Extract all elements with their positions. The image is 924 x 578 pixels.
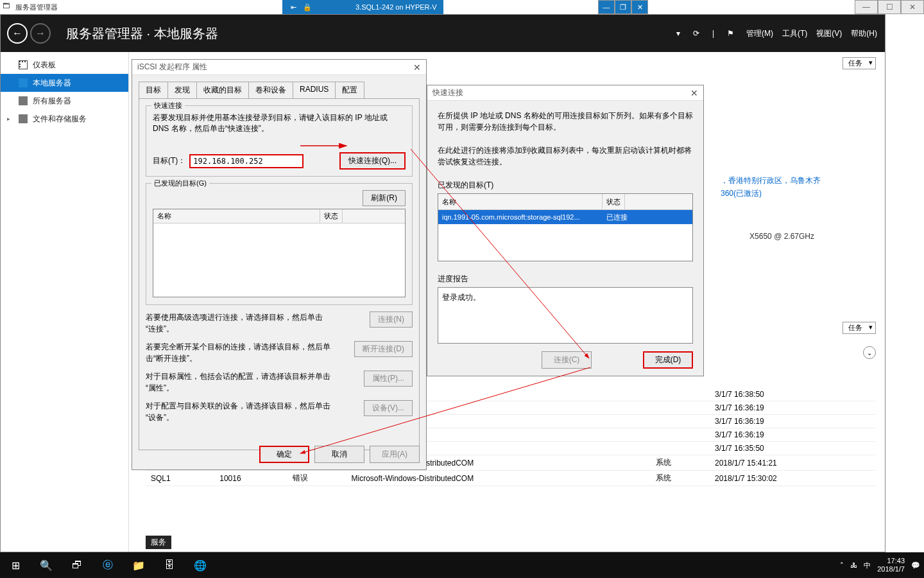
- explorer-icon[interactable]: 📁: [123, 552, 154, 578]
- quick-connect-desc: 若要发现目标并使用基本连接登录到目标，请键入该目标的 IP 地址或 DNS 名称…: [153, 112, 406, 134]
- start-button[interactable]: ⊞: [0, 552, 31, 578]
- quick-connect-dialog: 快速连接 ✕ 在所提供 IP 地址或 DNS 名称处的可用连接目标如下所列。如果…: [427, 85, 704, 376]
- qc-report-box: 登录成功。: [438, 287, 693, 344]
- cancel-button[interactable]: 取消: [314, 446, 364, 463]
- tray-chevron-icon[interactable]: ˄: [840, 561, 844, 570]
- outer-maximize-button[interactable]: ☐: [878, 0, 901, 14]
- refresh-button[interactable]: 刷新(R): [363, 190, 406, 206]
- qc-titlebar[interactable]: 快速连接 ✕: [427, 85, 703, 101]
- qc-done-button[interactable]: 完成(D): [643, 351, 693, 369]
- ok-button[interactable]: 确定: [259, 446, 309, 463]
- back-button[interactable]: ←: [7, 23, 28, 44]
- forward-button[interactable]: →: [30, 23, 51, 44]
- menu-manage[interactable]: 管理(M): [746, 28, 773, 39]
- disconnect-button[interactable]: 断开连接(D): [354, 341, 413, 357]
- discovered-legend: 已发现的目标(G): [151, 179, 209, 188]
- qc-discovered-list[interactable]: 名称状态 iqn.1991-05.com.microsoft:storage-s…: [438, 193, 693, 261]
- qc-connect-button[interactable]: 连接(C): [542, 351, 592, 369]
- iscsi-tab-panel: 快速连接 若要发现目标并使用基本连接登录到目标，请键入该目标的 IP 地址或 D…: [139, 98, 420, 450]
- vm-minimize-button[interactable]: —: [598, 0, 615, 14]
- info-regions[interactable]: ，香港特别行政区，乌鲁木齐: [721, 174, 821, 187]
- discovered-listbox[interactable]: 名称状态: [153, 209, 406, 297]
- app-title: 服务器管理器: [15, 3, 58, 12]
- ime-indicator[interactable]: 中: [864, 561, 871, 570]
- system-tray: ˄ 🖧 中 17:43 2018/1/7 💬: [840, 557, 920, 574]
- tasks-dropdown-mid[interactable]: 任务: [843, 322, 876, 334]
- sm-header-menu: ▾ ⟳ | ⚑ 管理(M) 工具(T) 视图(V) 帮助(H): [676, 26, 877, 40]
- quick-connect-legend: 快速连接: [151, 101, 185, 110]
- quick-connect-button[interactable]: 快速连接(Q)...: [339, 152, 406, 170]
- menu-help[interactable]: 帮助(H): [851, 28, 877, 39]
- apply-button[interactable]: 应用(A): [370, 446, 420, 463]
- tray-network-icon[interactable]: 🖧: [850, 561, 857, 569]
- table-row[interactable]: SQL110016错误Microsoft-Windows-Distributed…: [146, 471, 876, 486]
- task-view-icon[interactable]: 🗗: [62, 552, 92, 578]
- outer-close-button[interactable]: ✕: [901, 0, 924, 14]
- tab-targets[interactable]: 目标: [139, 82, 168, 98]
- sidebar-item-all-servers[interactable]: 所有服务器: [1, 92, 128, 110]
- menu-view[interactable]: 视图(V): [816, 28, 842, 39]
- events-footer: 服务: [146, 536, 171, 549]
- app-icon[interactable]: 🌐: [185, 552, 216, 578]
- tab-discovery[interactable]: 发现: [167, 82, 197, 98]
- info-cpu: X5650 @ 2.67GHz: [749, 232, 814, 241]
- qc-report-legend: 进度报告: [438, 273, 693, 285]
- tab-radius[interactable]: RADIUS: [293, 82, 336, 98]
- tab-config[interactable]: 配置: [335, 82, 364, 98]
- breadcrumb: 服务器管理器 · 本地服务器: [66, 25, 218, 42]
- target-label: 目标(T)：: [153, 155, 185, 166]
- sidebar-item-file-storage[interactable]: ▸文件和存储服务: [1, 110, 128, 128]
- sm-sidebar: 仪表板 本地服务器 所有服务器 ▸文件和存储服务: [1, 52, 129, 552]
- menu-tools[interactable]: 工具(T): [782, 28, 807, 39]
- connect-button[interactable]: 连接(N): [370, 311, 413, 328]
- qc-report-text: 登录成功。: [442, 293, 481, 302]
- info-links: ，香港特别行政区，乌鲁木齐 360(已激活): [721, 174, 821, 200]
- outer-minimize-button[interactable]: —: [855, 0, 878, 14]
- close-icon[interactable]: ✕: [413, 62, 421, 73]
- discovered-group: 已发现的目标(G) 刷新(R) 名称状态: [146, 183, 413, 305]
- app-icon: 🗔: [3, 2, 13, 12]
- target-input[interactable]: [189, 154, 304, 168]
- info-license[interactable]: 360(已激活): [721, 187, 821, 200]
- qc-col-name: 名称: [438, 194, 603, 209]
- properties-button[interactable]: 属性(P)...: [364, 371, 413, 387]
- lock-icon: 🔒: [303, 3, 312, 12]
- tab-volumes[interactable]: 卷和设备: [248, 82, 293, 98]
- devices-button[interactable]: 设备(V)...: [364, 400, 413, 416]
- qc-para2: 在此处进行的连接将添加到收藏目标列表中，每次重新启动该计算机时都将尝试恢复这些连…: [438, 144, 693, 168]
- vm-name: 3.SQL1-242 on HYPER-V: [355, 3, 437, 11]
- taskbar: ⊞ 🔍 🗗 ⓔ 📁 🗄 🌐 ˄ 🖧 中 17:43 2018/1/7 💬: [0, 552, 924, 578]
- col-name: 名称: [153, 209, 320, 223]
- sidebar-item-dashboard[interactable]: 仪表板: [1, 56, 128, 74]
- clock[interactable]: 17:43 2018/1/7: [877, 557, 905, 574]
- qc-col-state: 状态: [603, 194, 625, 209]
- target-actions: 若要使用高级选项进行连接，请选择目标，然后单击“连接”。连接(N) 若要完全断开…: [146, 311, 413, 423]
- vm-restore-button[interactable]: ❐: [615, 0, 631, 14]
- vm-close-button[interactable]: ✕: [631, 0, 648, 14]
- iscsi-title: iSCSI 发起程序 属性: [137, 62, 207, 73]
- notification-icon[interactable]: 💬: [911, 561, 920, 570]
- qc-discovered-legend: 已发现的目标(T): [438, 179, 693, 191]
- search-icon[interactable]: 🔍: [31, 552, 62, 578]
- tab-favorites[interactable]: 收藏的目标: [196, 82, 249, 98]
- hyperv-titlebar: 🗔 服务器管理器: [0, 0, 924, 14]
- pin-icon: ⇤: [289, 3, 298, 12]
- vm-tab[interactable]: ⇤ 🔒 3.SQL1-242 on HYPER-V: [282, 0, 443, 14]
- qc-selected-row[interactable]: iqn.1991-05.com.microsoft:storage-sql192…: [438, 210, 692, 224]
- col-state: 状态: [320, 209, 343, 223]
- expand-circle-icon[interactable]: ⌄: [863, 346, 876, 359]
- outer-window-controls: — ☐ ✕: [855, 0, 924, 14]
- qc-title: 快速连接: [432, 87, 463, 98]
- refresh-icon[interactable]: ⟳: [689, 26, 703, 40]
- sidebar-item-local-server[interactable]: 本地服务器: [1, 74, 128, 92]
- tasks-dropdown-top[interactable]: 任务: [843, 57, 876, 69]
- ie-icon[interactable]: ⓔ: [92, 552, 123, 578]
- iscsi-dialog-buttons: 确定 取消 应用(A): [259, 446, 420, 463]
- iscsi-dialog: iSCSI 发起程序 属性 ✕ 目标 发现 收藏的目标 卷和设备 RADIUS …: [132, 59, 427, 470]
- server-manager-icon[interactable]: 🗄: [154, 552, 185, 578]
- close-icon[interactable]: ✕: [690, 88, 698, 98]
- iscsi-titlebar[interactable]: iSCSI 发起程序 属性 ✕: [132, 60, 426, 75]
- chevron-down-icon[interactable]: ▾: [676, 29, 680, 38]
- flag-icon[interactable]: ⚑: [723, 26, 737, 40]
- qc-para1: 在所提供 IP 地址或 DNS 名称处的可用连接目标如下所列。如果有多个目标可用…: [438, 110, 693, 133]
